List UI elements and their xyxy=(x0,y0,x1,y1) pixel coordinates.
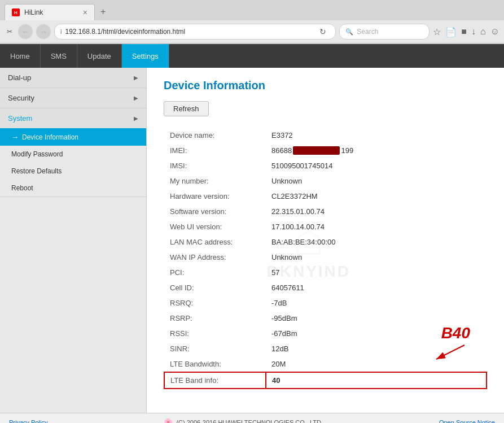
active-tab[interactable]: H HiLink × xyxy=(5,4,95,20)
sidebar-dialup-header[interactable]: Dial-up ▶ xyxy=(0,68,146,88)
reload-button[interactable]: ↻ xyxy=(316,26,330,37)
table-row: Software version:22.315.01.00.74 xyxy=(164,204,487,219)
sidebar-system-header[interactable]: System ▶ xyxy=(0,108,146,128)
field-value: 86688■■■■■199 xyxy=(266,143,487,158)
bookmark-icon[interactable]: ☆ xyxy=(433,27,441,37)
nav-sms[interactable]: SMS xyxy=(41,44,77,68)
user-icon[interactable]: ☺ xyxy=(490,27,499,37)
field-label: IMEI: xyxy=(164,143,266,158)
field-value: 40 xyxy=(266,372,487,389)
field-label: Software version: xyxy=(164,204,266,219)
home-icon[interactable]: ⌂ xyxy=(480,27,486,37)
cut-icon: ✂ xyxy=(5,25,15,38)
field-label: Hardware version: xyxy=(164,189,266,204)
field-label: PCI: xyxy=(164,265,266,280)
tab-bar: H HiLink × + xyxy=(0,0,504,20)
field-label: SINR: xyxy=(164,341,266,356)
new-tab-button[interactable]: + xyxy=(95,3,111,20)
huawei-logo: 🌸 xyxy=(164,418,173,423)
url-text[interactable]: 192.168.8.1/html/deviceinformation.html xyxy=(65,28,313,36)
field-value: Unknown xyxy=(266,173,487,189)
sidebar: Dial-up ▶ Security ▶ System ▶ Device Inf… xyxy=(0,68,147,413)
security-arrow-icon: ▶ xyxy=(134,95,138,101)
field-value: CL2E3372HM xyxy=(266,189,487,204)
nav-update[interactable]: Update xyxy=(77,44,122,68)
sidebar-section-dialup: Dial-up ▶ xyxy=(0,68,146,88)
system-arrow-icon: ▶ xyxy=(134,115,138,121)
table-row: Web UI version:17.100.14.00.74 xyxy=(164,219,487,234)
forward-button[interactable]: → xyxy=(36,24,51,39)
nav-home[interactable]: Home xyxy=(0,44,41,68)
field-label: RSSI: xyxy=(164,326,266,341)
table-row: WAN IP Address:Unknown xyxy=(164,250,487,265)
field-value: 22.315.01.00.74 xyxy=(266,204,487,219)
field-value: 17.100.14.00.74 xyxy=(266,219,487,234)
b40-arrow-icon xyxy=(425,339,470,362)
open-source-link[interactable]: Open Source Notice xyxy=(439,419,495,424)
field-value: Unknown xyxy=(266,250,487,265)
field-label: Web UI version: xyxy=(164,219,266,234)
field-label: Cell ID: xyxy=(164,280,266,295)
table-row: IMSI:510095001745014 xyxy=(164,158,487,173)
app-body: Dial-up ▶ Security ▶ System ▶ Device Inf… xyxy=(0,68,504,413)
tab-close-button[interactable]: × xyxy=(83,8,87,17)
table-row: My number:Unknown xyxy=(164,173,487,189)
sidebar-item-device-information[interactable]: Device Information xyxy=(0,128,146,146)
nav-settings[interactable]: Settings xyxy=(122,44,169,68)
field-value: 510095001745014 xyxy=(266,158,487,173)
table-row: RSRP:-95dBm xyxy=(164,311,487,326)
refresh-button[interactable]: Refresh xyxy=(164,101,209,116)
field-value: -7dB xyxy=(266,295,487,311)
table-row: RSRQ:-7dB xyxy=(164,295,487,311)
svg-line-1 xyxy=(436,345,464,359)
tab-title: HiLink xyxy=(24,8,43,16)
field-label: RSRQ: xyxy=(164,295,266,311)
search-placeholder: Search xyxy=(357,28,378,36)
address-bar: ✂ ← → i 192.168.8.1/html/deviceinformati… xyxy=(0,20,504,43)
sidebar-security-header[interactable]: Security ▶ xyxy=(0,88,146,108)
footer-huawei: 🌸 (C) 2006-2016 HUAWEI TECHNOLOGIES CO.,… xyxy=(164,418,323,423)
table-row: Device name:E3372 xyxy=(164,128,487,143)
privacy-policy-link[interactable]: Privacy Policy xyxy=(9,419,47,424)
footer: Privacy Policy 🌸 (C) 2006-2016 HUAWEI TE… xyxy=(0,413,504,423)
back-button[interactable]: ← xyxy=(18,24,33,39)
search-bar[interactable]: 🔍 Search xyxy=(339,24,430,40)
field-label: LTE Band info: xyxy=(164,372,266,389)
dialup-arrow-icon: ▶ xyxy=(134,75,138,81)
table-row: LAN MAC address:BA:AB:BE:34:00:00 xyxy=(164,234,487,250)
copyright-text: (C) 2006-2016 HUAWEI TECHNOLOGIES CO., L… xyxy=(176,419,323,424)
field-value: BA:AB:BE:34:00:00 xyxy=(266,234,487,250)
field-label: LAN MAC address: xyxy=(164,234,266,250)
field-label: My number: xyxy=(164,173,266,189)
sidebar-item-modify-password[interactable]: Modify Password xyxy=(0,146,146,163)
table-row: Cell ID:64057611 xyxy=(164,280,487,295)
field-label: WAN IP Address: xyxy=(164,250,266,265)
field-label: RSRP: xyxy=(164,311,266,326)
download-icon[interactable]: ↓ xyxy=(471,27,476,37)
browser-toolbar: ☆ 📄 ■ ↓ ⌂ ☺ xyxy=(433,27,499,37)
sidebar-section-system: System ▶ Device Information Modify Passw… xyxy=(0,108,146,197)
table-row: Hardware version:CL2E3372HM xyxy=(164,189,487,204)
field-label: LTE Bandwidth: xyxy=(164,356,266,372)
tab-favicon: H xyxy=(12,8,20,16)
main-content: ☖ DKNYIND Device Information Refresh Dev… xyxy=(147,68,504,413)
table-row: LTE Band info:40 xyxy=(164,372,487,389)
table-row: IMEI:86688■■■■■199 xyxy=(164,143,487,158)
app-nav: Home SMS Update Settings xyxy=(0,44,504,68)
sidebar-section-security: Security ▶ xyxy=(0,88,146,108)
sidebar-item-restore-defaults[interactable]: Restore Defaults xyxy=(0,163,146,180)
browser-chrome: H HiLink × + ✂ ← → i 192.168.8.1/html/de… xyxy=(0,0,504,44)
url-bar[interactable]: i 192.168.8.1/html/deviceinformation.htm… xyxy=(54,24,336,40)
shield-icon[interactable]: ■ xyxy=(461,27,467,37)
field-value: -95dBm xyxy=(266,311,487,326)
field-value: E3372 xyxy=(266,128,487,143)
sidebar-item-reboot[interactable]: Reboot xyxy=(0,180,146,197)
reading-list-icon[interactable]: 📄 xyxy=(445,27,457,37)
page-title: Device Information xyxy=(164,79,487,92)
url-info-icon: i xyxy=(60,28,62,35)
search-icon: 🔍 xyxy=(345,28,353,36)
field-value: 64057611 xyxy=(266,280,487,295)
table-row: PCI:57 xyxy=(164,265,487,280)
b40-annotation: B40 xyxy=(425,324,470,362)
field-label: IMSI: xyxy=(164,158,266,173)
